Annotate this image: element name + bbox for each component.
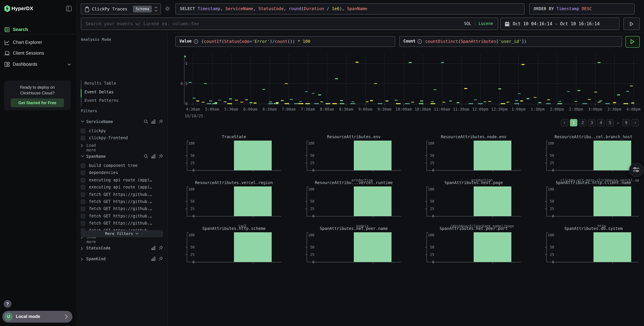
data-point	[474, 99, 477, 100]
attribute-chart[interactable]: ResourceAttributes.env10050250production	[298, 134, 409, 178]
time-range-picker[interactable]: Oct 10 04:16:14 - Oct 10 16:16:14	[500, 18, 620, 30]
histogram-icon[interactable]	[151, 246, 156, 250]
attribute-chart[interactable]: SpanAttributes.http.scheme10050250https	[178, 226, 290, 266]
pagination-next-button[interactable]: ›	[632, 119, 639, 126]
data-point	[434, 89, 437, 90]
pagination-page-9[interactable]: 9	[622, 119, 630, 126]
order-by-input[interactable]: ORDER BY Timestamp DESC	[529, 3, 634, 15]
select-chevrons-icon	[154, 6, 158, 12]
more-filters-button[interactable]: More filters	[81, 230, 163, 237]
pin-icon[interactable]	[158, 154, 163, 158]
vertical-gridline	[614, 55, 615, 104]
attribute-chart[interactable]: TraceState10050250	[178, 134, 290, 178]
attribute-chart[interactable]: SpanAttributes.net.peer.port100502508443	[418, 226, 529, 266]
pagination-page-5[interactable]: 5	[606, 119, 614, 126]
checkbox[interactable]	[81, 207, 85, 211]
bar	[354, 187, 392, 216]
checkbox[interactable]	[81, 214, 85, 218]
attribute-chart[interactable]: ResourceAttributes.node.env10050250produ…	[418, 134, 529, 178]
select-clause-input[interactable]: SELECT Timestamp, ServiceName, StatusCod…	[176, 3, 524, 15]
sidebar-item-search[interactable]: Search	[0, 25, 76, 34]
get-started-button[interactable]: Get Started for Free	[11, 98, 64, 107]
pagination-prev-button[interactable]: ‹	[561, 119, 568, 126]
pin-icon[interactable]	[158, 119, 163, 124]
sidebar-item-client-sessions[interactable]: Client Sessions	[0, 49, 76, 58]
filter-value-row[interactable]: fetch GET https://github.…	[81, 213, 163, 220]
facet-statuscode[interactable]: StatusCode	[81, 245, 163, 251]
x-axis-tick	[480, 104, 480, 106]
search-input[interactable]: Search your events w/ Lucene ex. column:…	[81, 18, 498, 30]
pagination-page-1[interactable]: 1	[570, 119, 577, 126]
mode-event-patterns[interactable]: Event Patterns	[84, 98, 118, 105]
filter-value-row[interactable]: fetch GET https://github.…	[81, 199, 163, 206]
sidebar-item-dashboards[interactable]: Dashboards	[0, 60, 76, 69]
pagination-page-2[interactable]: 2	[579, 119, 586, 126]
filter-value-row[interactable]: fetch GET https://github.…	[81, 206, 163, 213]
attribute-chart[interactable]: SpanAttributes.db.system10050250clickhou…	[538, 226, 639, 266]
data-point	[218, 100, 221, 101]
filter-value-row[interactable]: build component tree	[81, 162, 163, 170]
data-source-select[interactable]: ClickPy Traces Schema	[81, 3, 161, 15]
chart-explorer-icon	[4, 40, 10, 45]
filter-value-row[interactable]: fetch GET https://github.…	[81, 191, 163, 199]
sidebar-divider	[0, 34, 76, 34]
logo-row: HyperDX	[0, 3, 76, 15]
pagination-page-3[interactable]: 3	[588, 119, 596, 126]
filter-value-row[interactable]: clickpy	[81, 128, 163, 135]
floating-settings-button[interactable]	[629, 163, 643, 177]
histogram-icon[interactable]	[151, 154, 156, 158]
facet-spankind[interactable]: SpanKind	[81, 256, 163, 262]
filter-value-row[interactable]: dependencies	[81, 170, 163, 177]
attribute-chart[interactable]: SpanAttributes.net.peer.name10050250z5nr…	[298, 226, 409, 266]
filter-value-row[interactable]: executing api route (app)…	[81, 177, 163, 184]
search-icon[interactable]	[144, 154, 148, 158]
pagination-page-4[interactable]: 4	[597, 119, 604, 126]
mode-results-table[interactable]: Results Table	[84, 81, 116, 88]
attribute-chart[interactable]: ResourceAttribu..cel.branch_host10050250…	[538, 134, 639, 178]
live-tail-button[interactable]	[624, 18, 640, 30]
attribute-chart[interactable]: SpanAttributes.http.client.name10050250h…	[538, 180, 639, 224]
pin-icon[interactable]	[158, 257, 163, 261]
local-mode-button[interactable]: U Local mode	[2, 311, 72, 323]
attribute-chart[interactable]: SpanAttributes.next.page10050250/dashboa…	[418, 180, 529, 224]
attribute-chart[interactable]: ResourceAttributes.vercel.region10050250…	[178, 180, 290, 224]
gear-icon[interactable]	[164, 6, 170, 12]
checkbox[interactable]	[81, 171, 85, 175]
lucene-mode-button[interactable]: Lucene	[478, 21, 493, 26]
filter-value-row[interactable]: executing api route (app)…	[81, 184, 163, 191]
sidebar-item-chart-explorer[interactable]: Chart Explorer	[0, 38, 76, 47]
count-expression-input[interactable]: Count countDistinct(SpanAttributes['user…	[399, 36, 622, 47]
checkbox[interactable]	[81, 178, 85, 182]
histogram-icon[interactable]	[151, 119, 156, 124]
checkbox[interactable]	[81, 192, 85, 197]
data-point	[269, 101, 272, 102]
chevron-right-icon	[81, 144, 83, 147]
histogram-icon[interactable]	[151, 257, 156, 261]
checkbox[interactable]	[81, 164, 85, 168]
pin-icon[interactable]	[158, 246, 163, 250]
facet-servicename[interactable]: ServiceName	[81, 119, 163, 125]
checkbox[interactable]	[81, 136, 85, 140]
chart-title: ResourceAttributes.node.env	[418, 134, 529, 139]
data-point	[411, 102, 414, 103]
sql-mode-button[interactable]: SQL	[464, 21, 471, 26]
checkbox[interactable]	[81, 221, 85, 226]
mode-event-deltas[interactable]: Event Deltas	[84, 90, 114, 96]
checkbox[interactable]	[81, 129, 85, 133]
sidebar-collapse-icon[interactable]	[66, 6, 72, 12]
help-button[interactable]: ?	[4, 300, 12, 308]
run-query-button[interactable]	[626, 36, 640, 48]
filter-value-row[interactable]: clickpy-frontend	[81, 135, 163, 142]
value-expression-input[interactable]: Value (countIf(StatusCode='Error')/count…	[176, 36, 395, 47]
facet-spanname[interactable]: SpanName	[81, 154, 163, 160]
checkbox[interactable]	[81, 200, 85, 204]
filter-value-row[interactable]: fetch GET https://github.…	[81, 220, 163, 227]
data-point	[630, 86, 633, 86]
schema-badge[interactable]: Schema	[133, 6, 152, 13]
attribute-chart[interactable]: ResourceAttribu...vercel.runtime10050250…	[298, 180, 409, 224]
checkbox[interactable]	[81, 185, 85, 190]
search-icon[interactable]	[144, 119, 148, 124]
vertical-gridline	[193, 55, 193, 104]
event-deltas-chart[interactable]	[184, 55, 639, 104]
data-point	[378, 103, 382, 104]
